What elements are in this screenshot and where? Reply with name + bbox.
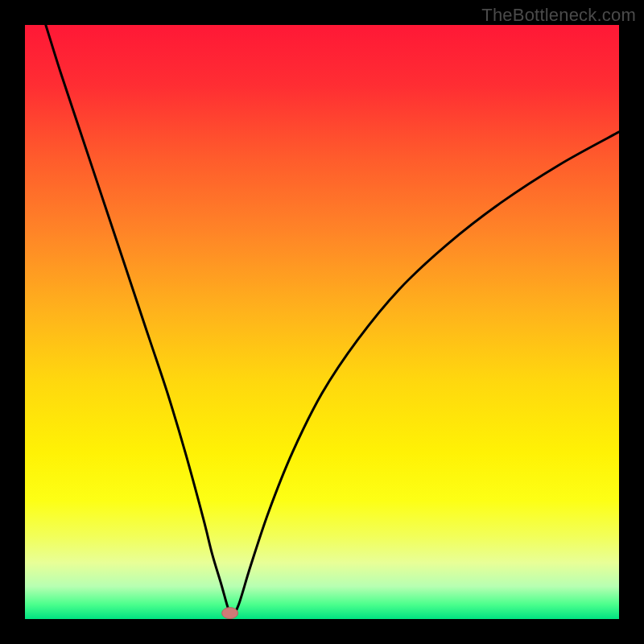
- optimum-marker: [222, 608, 238, 619]
- plot-area: [25, 25, 619, 619]
- gradient-plot-svg: [25, 25, 619, 619]
- chart-frame: TheBottleneck.com: [0, 0, 644, 644]
- gradient-background: [25, 25, 619, 619]
- watermark-text: TheBottleneck.com: [481, 5, 636, 26]
